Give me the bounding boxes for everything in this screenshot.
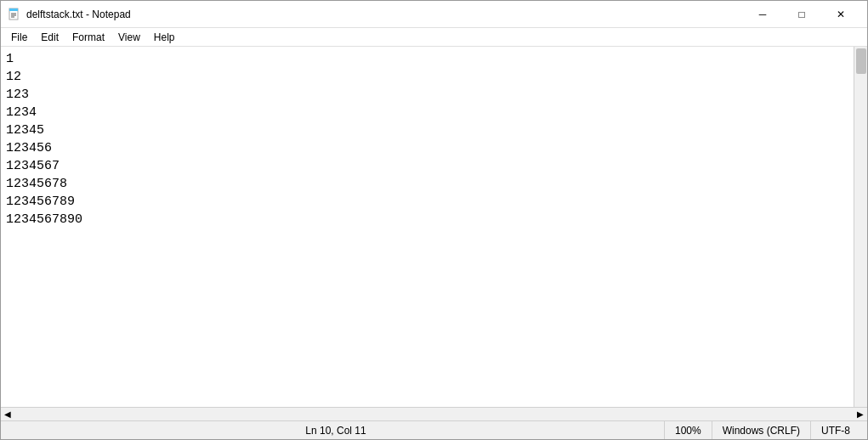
scrollbar-thumb[interactable] (856, 48, 866, 74)
zoom-level: 100% (664, 421, 712, 439)
window-controls: ─ □ ✕ (743, 1, 860, 28)
main-content: ◀ ▶ (1, 47, 867, 420)
window-title: delftstack.txt - Notepad (26, 8, 131, 20)
encoding: UTF-8 (810, 421, 860, 439)
scrollbar-h-track (14, 408, 854, 421)
menu-file[interactable]: File (4, 28, 34, 47)
notepad-window: delftstack.txt - Notepad ─ □ ✕ File Edit… (0, 0, 868, 440)
vertical-scrollbar[interactable] (854, 47, 867, 407)
menu-view[interactable]: View (111, 28, 147, 47)
close-button[interactable]: ✕ (821, 1, 860, 28)
editor-area (1, 47, 867, 407)
status-bar: Ln 10, Col 11 100% Windows (CRLF) UTF-8 (1, 420, 867, 439)
menu-bar: File Edit Format View Help (1, 28, 867, 47)
minimize-button[interactable]: ─ (743, 1, 782, 28)
notepad-icon (8, 8, 21, 21)
svg-rect-1 (9, 8, 18, 11)
scroll-right-arrow[interactable]: ▶ (854, 408, 867, 421)
scroll-left-arrow[interactable]: ◀ (1, 408, 14, 421)
maximize-button[interactable]: □ (782, 1, 821, 28)
cursor-position: Ln 10, Col 11 (8, 421, 664, 439)
title-bar-left: delftstack.txt - Notepad (8, 8, 131, 21)
menu-help[interactable]: Help (147, 28, 182, 47)
menu-edit[interactable]: Edit (34, 28, 65, 47)
menu-format[interactable]: Format (65, 28, 111, 47)
line-ending: Windows (CRLF) (712, 421, 810, 439)
text-editor[interactable] (1, 47, 854, 407)
title-bar: delftstack.txt - Notepad ─ □ ✕ (1, 1, 867, 28)
horizontal-scrollbar[interactable]: ◀ ▶ (1, 407, 867, 420)
